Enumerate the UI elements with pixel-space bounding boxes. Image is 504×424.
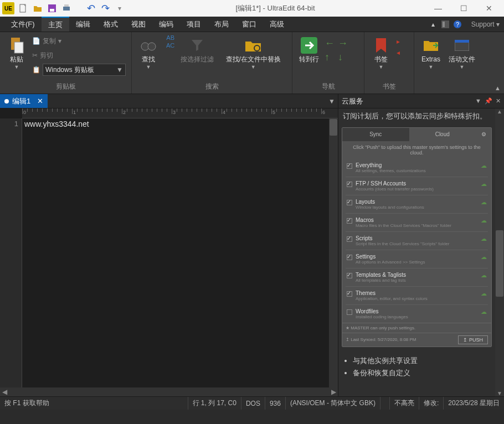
cloud-row-subtitle: All settings, themes, customizations: [356, 168, 477, 173]
close-button[interactable]: ✕: [476, 0, 502, 17]
menu-home[interactable]: 主页: [42, 17, 69, 32]
status-codepage[interactable]: 936: [265, 397, 286, 410]
app-logo: UE: [2, 2, 14, 14]
menu-layout[interactable]: 布局: [208, 17, 235, 32]
menu-advanced[interactable]: 高级: [263, 17, 291, 32]
panel-pin-icon[interactable]: 📌: [485, 97, 492, 105]
goto-icon: [300, 37, 318, 54]
cloud-option-row[interactable]: SettingsAll options in Advanced >> Setti…: [346, 250, 488, 268]
doc-tab-1[interactable]: 编辑1 ✕: [0, 94, 48, 108]
cloud-option-row[interactable]: MacrosMacro files in the Cloud Services …: [346, 213, 488, 231]
panel-description: 订阅计划后，您可以添加云同步和特殊折扣。: [338, 108, 495, 124]
menu-file[interactable]: 文件(F): [4, 17, 42, 32]
scroll-left-icon[interactable]: ◀: [0, 388, 9, 396]
ab-icon[interactable]: AB: [166, 34, 174, 41]
cloud-tab-sync[interactable]: Sync: [342, 128, 409, 141]
ribbon-minimize-icon[interactable]: ▲: [495, 85, 501, 91]
bookmark-button[interactable]: 书签 ▼: [369, 34, 393, 70]
copy-button[interactable]: 📄复制 ▾: [32, 34, 126, 48]
title-bar: UE ↶ ↷ ▾ [编辑1*] - UltraEdit 64-bit — ☐ ✕: [0, 0, 504, 17]
menu-project[interactable]: 项目: [180, 17, 208, 32]
cloud-option-row[interactable]: FTP / SSH AccountsAccounts (does not tra…: [346, 177, 488, 195]
find-button[interactable]: 查找 ▼: [136, 34, 161, 70]
layout-icon[interactable]: [440, 19, 450, 29]
clipboard-selector[interactable]: 📋 Windows 剪贴板▼: [32, 63, 126, 76]
vertical-scrollbar[interactable]: [329, 118, 338, 387]
help-icon[interactable]: ?: [452, 19, 462, 29]
panel-scrollbar[interactable]: ▲ ▼: [495, 108, 504, 396]
ribbon-collapse-icon[interactable]: ▴: [428, 19, 438, 29]
paste-icon: [8, 37, 25, 54]
editor-pane: 编辑1 ✕ ▼ 0123456 1 www.yhxs3344.net ◀ ▶: [0, 94, 338, 396]
checkbox-icon[interactable]: [347, 273, 352, 278]
cut-button[interactable]: ✂剪切: [32, 49, 126, 62]
group-label-clipboard: 剪贴板: [4, 81, 127, 92]
open-file-icon[interactable]: [32, 3, 43, 14]
tab-list-dropdown-icon[interactable]: ▼: [326, 94, 338, 108]
print-icon[interactable]: [61, 3, 72, 14]
nav-up-icon[interactable]: ↑: [325, 51, 335, 63]
tab-close-icon[interactable]: ✕: [37, 97, 43, 105]
line-number: 1: [3, 120, 18, 128]
code-area[interactable]: www.yhxs3344.net: [22, 118, 329, 387]
new-file-icon[interactable]: [18, 3, 29, 14]
ruler: 0123456: [22, 108, 338, 118]
redo-icon[interactable]: ↷: [100, 3, 111, 14]
nav-back-icon[interactable]: ←: [325, 38, 335, 49]
cloud-option-row[interactable]: ThemesApplication, editor, and syntax co…: [346, 286, 488, 304]
checkbox-icon[interactable]: [347, 309, 352, 315]
goto-line-button[interactable]: 转到行: [297, 34, 321, 63]
checkbox-icon[interactable]: [347, 200, 352, 205]
undo-icon[interactable]: ↶: [85, 3, 96, 14]
checkbox-icon[interactable]: [347, 291, 352, 297]
cloud-option-row[interactable]: EverythingAll settings, themes, customiz…: [346, 159, 488, 177]
panel-dropdown-icon[interactable]: ▼: [475, 97, 481, 105]
menu-window[interactable]: 窗口: [235, 17, 263, 32]
panel-close-icon[interactable]: ✕: [496, 97, 501, 105]
horizontal-scrollbar[interactable]: ◀ ▶: [0, 387, 338, 396]
menu-format[interactable]: 格式: [97, 17, 125, 32]
bookmark-next-icon[interactable]: ▸: [397, 38, 400, 45]
menu-edit[interactable]: 编辑: [69, 17, 97, 32]
find-replace-files-button[interactable]: 查找/在文件中替换 ▼: [220, 34, 286, 70]
minimize-button[interactable]: —: [425, 0, 451, 17]
checkbox-icon[interactable]: [347, 182, 352, 187]
ac-icon[interactable]: AC: [166, 42, 174, 49]
cloud-master-note: ★ MASTER can only push settings.: [342, 323, 491, 333]
group-label-search: 搜索: [136, 81, 287, 92]
checkbox-icon[interactable]: [347, 163, 352, 169]
cloud-option-row[interactable]: LayoutsWindow layouts and configurations…: [346, 195, 488, 213]
support-menu[interactable]: Support ▾: [467, 17, 504, 32]
cloud-option-row[interactable]: WordfilesInstalled coding languages☁: [346, 304, 488, 323]
status-highlight[interactable]: 不高亮: [390, 397, 419, 410]
bookmark-prev-icon[interactable]: ◂: [397, 49, 400, 56]
maximize-button[interactable]: ☐: [451, 0, 476, 17]
cloud-settings-icon[interactable]: ⚙: [476, 128, 491, 141]
menu-encoding[interactable]: 编码: [152, 17, 180, 32]
save-icon[interactable]: [47, 3, 58, 14]
nav-down-icon[interactable]: ↓: [338, 51, 348, 63]
cloud-sync-description: Click "Push" to upload this master syste…: [342, 141, 491, 159]
qat-dropdown-icon[interactable]: ▾: [114, 3, 125, 14]
active-files-button[interactable]: 活动文件 ▼: [446, 34, 477, 70]
paste-button[interactable]: 粘贴 ▼: [4, 34, 29, 70]
scroll-up-icon[interactable]: ▲: [495, 108, 504, 115]
checkbox-icon[interactable]: [347, 255, 352, 260]
cloud-option-row[interactable]: ScriptsScript files in the Cloud Service…: [346, 231, 488, 250]
cloud-row-subtitle: Application, editor, and syntax colors: [356, 296, 477, 301]
checkbox-icon[interactable]: [347, 218, 352, 224]
cloud-push-button[interactable]: ↥ PUSH: [458, 335, 488, 344]
cloud-tab-cloud[interactable]: Cloud: [409, 128, 476, 141]
nav-forward-icon[interactable]: →: [338, 38, 348, 49]
scroll-right-icon[interactable]: ▶: [329, 388, 338, 396]
panel-bullets: 与其他实例共享设置 备份和恢复自定义: [338, 350, 495, 384]
cloud-row-subtitle: Window layouts and configurations: [356, 205, 477, 210]
checkbox-icon[interactable]: [347, 236, 352, 242]
filter-button[interactable]: 按选择过滤: [178, 34, 217, 63]
status-encoding[interactable]: (ANSI/OEM - 简体中文 GBK): [286, 397, 380, 410]
status-lineending[interactable]: DOS: [241, 397, 265, 410]
scroll-down-icon[interactable]: ▼: [495, 390, 504, 396]
extras-button[interactable]: Extras ▼: [419, 34, 443, 70]
menu-view[interactable]: 视图: [125, 17, 152, 32]
cloud-option-row[interactable]: Templates & TaglistsAll templates and ta…: [346, 268, 488, 286]
